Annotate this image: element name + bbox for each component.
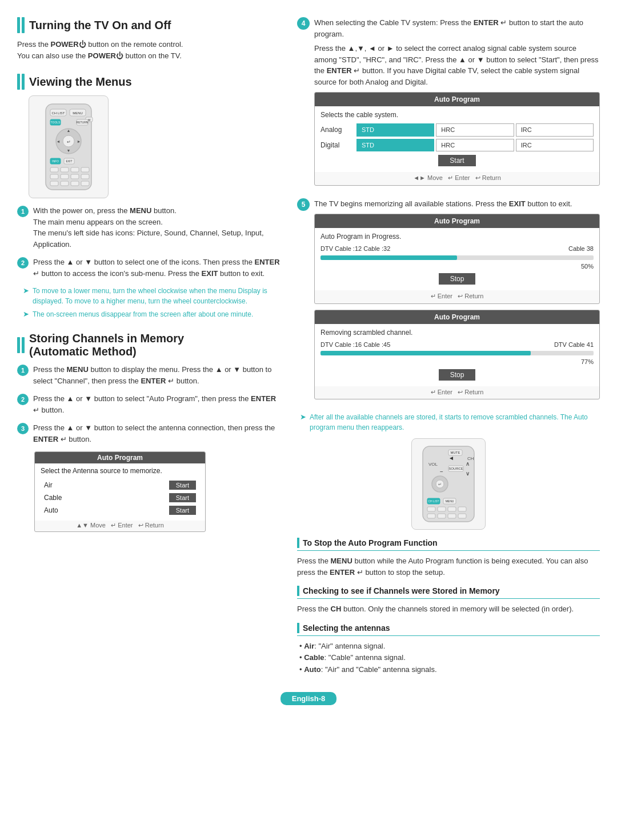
cable-footer-move: ◄► Move (413, 174, 443, 181)
analog-row: Analog STD HRC IRC (320, 123, 594, 137)
stop-auto-title: To Stop the Auto Program Function (303, 538, 438, 547)
svg-rect-28 (71, 174, 79, 179)
svg-rect-27 (61, 174, 69, 179)
digital-irc: IRC (516, 139, 594, 152)
progress-bar-1 (320, 255, 594, 260)
step-store-num-3: 3 (17, 423, 29, 434)
svg-rect-56 (427, 514, 435, 518)
selecting-title: Selecting the antennas (303, 623, 390, 633)
digital-row: Digital STD HRC IRC (320, 139, 594, 152)
svg-rect-55 (458, 507, 466, 511)
step-store-num-2: 2 (17, 394, 29, 405)
pf1-return: ↩ Return (458, 293, 483, 299)
svg-text:INFO: INFO (52, 159, 59, 163)
progress-subtitle-2: Removing scrambled channel. (320, 327, 594, 338)
svg-rect-23 (61, 167, 69, 172)
page-footer: English-8 (17, 692, 600, 705)
antenna-label-cable: Cable (42, 492, 106, 503)
start-button-cable[interactable]: Start (169, 493, 196, 502)
antenna-bullet-list: • Air: "Air" antenna signal. • Cable: "C… (297, 641, 600, 676)
progress-text-2: DTV Cable :16 Cable :45 (320, 340, 390, 350)
section-bars-3 (17, 337, 25, 353)
checking-text: Press the CH button. Only the channels s… (297, 603, 600, 615)
footer-move: ▲▼ Move (76, 522, 106, 529)
svg-text:CH LIST: CH LIST (51, 111, 65, 115)
teal-bar-1 (17, 17, 20, 33)
progress-fill-1 (320, 255, 457, 260)
antenna-label-auto: Auto (42, 505, 106, 516)
svg-rect-32 (71, 181, 79, 186)
antenna-row-cable: Cable Start (42, 492, 198, 503)
step-content-2: Press the ▲ or ▼ button to select one of… (33, 257, 280, 279)
svg-text:VOL: VOL (428, 462, 438, 467)
step-num-4: 4 (297, 17, 310, 30)
note-text-1: To move to a lower menu, turn the wheel … (33, 286, 280, 306)
footer-enter: ↵ Enter (111, 522, 133, 529)
progress-dialog-1: Auto Program Auto Program in Progress. D… (314, 214, 600, 304)
storing-title2: (Automatic Method) (29, 345, 184, 358)
selecting-teal-bar (297, 623, 299, 633)
remote-right-svg: MUTE VOL ◄ − SOURCE CH ∧ ∨ ↵ CH LIST (417, 444, 480, 524)
english-badge: English-8 (281, 692, 337, 705)
progress-bar-2 (320, 351, 594, 355)
svg-rect-33 (81, 181, 89, 186)
section-bars-2 (17, 74, 25, 90)
stop-btn-2[interactable]: Stop (439, 369, 476, 381)
svg-rect-22 (50, 167, 58, 172)
remote-svg: CH LIST MENU W ↵ ▲ ▼ ◄ ► (34, 101, 103, 193)
svg-rect-31 (61, 181, 69, 186)
start-button-air[interactable]: Start (169, 481, 196, 490)
cable-start-btn[interactable]: Start (438, 155, 475, 166)
storing-title-block: Storing Channels in Memory (Automatic Me… (29, 332, 184, 358)
progress-body-1: Auto Program in Progress. DTV Cable :12 … (315, 228, 599, 290)
note-arrow-1: ➤ (23, 286, 29, 295)
cable-dialog-body: Selects the cable system. Analog STD HRC… (315, 106, 599, 172)
turning-tv-title: Turning the TV On and Off (29, 19, 171, 32)
svg-text:∧: ∧ (466, 461, 470, 467)
teal-bar-3 (17, 74, 20, 90)
antenna-dialog-body: Select the Antenna source to memorize. A… (35, 463, 205, 521)
stop-auto-text: Press the MENU button while the Auto Pro… (297, 555, 600, 578)
antenna-dialog-title: Auto Program (35, 452, 205, 463)
stop-btn-1[interactable]: Stop (439, 273, 476, 285)
checking-bar: Checking to see if Channels were Stored … (297, 586, 600, 599)
antenna-dialog-subtitle: Select the Antenna source to memorize. (41, 467, 199, 475)
step-5-content: The TV begins memorizing all available s… (314, 198, 600, 406)
step-store-3: 3 Press the ▲ or ▼ button to select the … (17, 422, 280, 445)
progress-cable-1: Cable 38 (568, 244, 594, 254)
svg-text:∨: ∨ (466, 470, 470, 477)
svg-rect-26 (50, 174, 58, 179)
note-text-2: The on-screen menus disappear from the s… (33, 309, 253, 319)
antenna-dialog-footer: ▲▼ Move ↵ Enter ↩ Return (35, 521, 205, 531)
svg-text:TOOLS: TOOLS (51, 121, 61, 124)
teal-bar-4 (22, 74, 25, 90)
selecting-section: Selecting the antennas • Air: "Air" ante… (297, 623, 600, 676)
remote-control-image: CH LIST MENU W ↵ ▲ ▼ ◄ ► (29, 95, 109, 198)
pf2-return: ↩ Return (458, 389, 483, 395)
note-1: ➤ To move to a lower menu, turn the whee… (17, 286, 280, 306)
after-note-block: ➤ After all the available channels are s… (297, 412, 600, 433)
digital-std: STD (356, 139, 434, 152)
note-2: ➤ The on-screen menus disappear from the… (17, 309, 280, 319)
svg-text:▼: ▼ (67, 149, 71, 153)
bullet-auto: • Auto: "Air" and "Cable" antenna signal… (299, 664, 600, 676)
storing-title: Storing Channels in Memory (29, 332, 184, 345)
after-note-text: After all the available channels are sto… (310, 412, 600, 433)
remote-right-image: MUTE VOL ◄ − SOURCE CH ∧ ∨ ↵ CH LIST (411, 438, 486, 530)
progress-footer-2: ↵ Enter ↩ Return (315, 386, 599, 399)
progress-row-2: DTV Cable :16 Cable :45 DTV Cable 41 (320, 340, 594, 350)
step-store-content-3: Press the ▲ or ▼ button to select the an… (33, 422, 280, 445)
start-button-auto[interactable]: Start (169, 506, 196, 515)
progress-cable-2: DTV Cable 41 (554, 340, 594, 350)
svg-rect-30 (50, 181, 58, 186)
svg-text:↵: ↵ (438, 482, 442, 486)
svg-text:↵: ↵ (67, 139, 71, 145)
step-store-num-1: 1 (17, 365, 29, 376)
step-store-content-1: Press the MENU button to display the men… (33, 364, 280, 386)
svg-text:►: ► (77, 139, 81, 143)
checking-section: Checking to see if Channels were Stored … (297, 586, 600, 615)
svg-text:CH LIST: CH LIST (428, 499, 439, 503)
antenna-label-air: Air (42, 479, 106, 491)
right-step-5: 5 The TV begins memorizing all available… (297, 198, 600, 406)
svg-rect-52 (427, 507, 435, 511)
